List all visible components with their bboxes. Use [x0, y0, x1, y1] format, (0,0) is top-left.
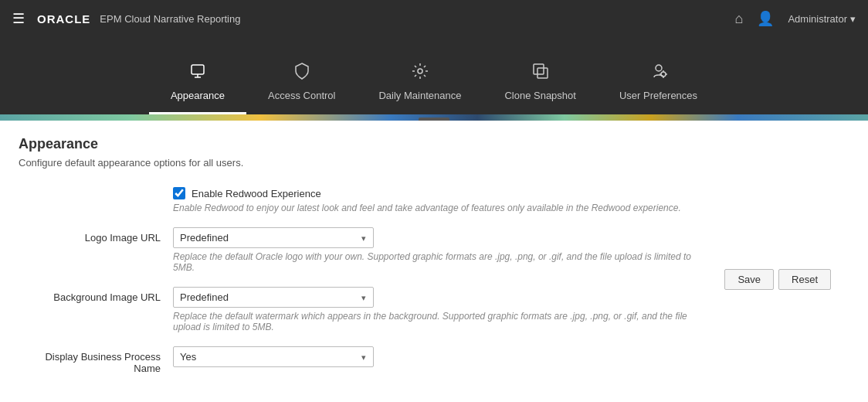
hamburger-icon[interactable]: ☰	[12, 10, 25, 27]
svg-point-3	[418, 69, 422, 73]
display-business-process-name-label: Display Business Process Name	[19, 346, 173, 374]
main-content: Appearance Configure default appearance …	[0, 121, 868, 402]
home-icon[interactable]: ⌂	[735, 11, 744, 27]
tab-appearance-label: Appearance	[171, 90, 225, 101]
logo-image-url-hint: Replace the default Oracle logo with you…	[173, 251, 714, 273]
page-subtitle: Configure default appearance options for…	[19, 157, 849, 169]
page-title: Appearance	[19, 136, 849, 152]
svg-rect-0	[192, 65, 204, 74]
top-bar-icons: ⌂ 👤 Administrator ▾	[735, 10, 856, 27]
background-image-url-label: Background Image URL	[19, 287, 173, 303]
svg-point-6	[656, 65, 662, 71]
top-bar: ☰ ORACLE EPM Cloud Narrative Reporting ⌂…	[0, 0, 868, 37]
user-preferences-icon	[649, 62, 668, 83]
app-name: EPM Cloud Narrative Reporting	[100, 13, 734, 25]
user-name: Administrator	[788, 13, 847, 25]
tab-clone-snapshot[interactable]: Clone Snapshot	[483, 62, 598, 114]
background-image-url-select-wrap: Predefined Custom ▾	[173, 287, 374, 308]
reset-button[interactable]: Reset	[778, 269, 831, 290]
action-buttons: Save Reset	[724, 269, 831, 290]
save-button[interactable]: Save	[724, 269, 774, 290]
tab-user-preferences[interactable]: User Preferences	[598, 62, 719, 114]
banner-strip	[0, 114, 868, 121]
display-business-process-name-row: Display Business Process Name Yes No ▾	[19, 346, 849, 374]
tab-appearance[interactable]: Appearance	[149, 62, 246, 114]
tab-daily-maintenance-label: Daily Maintenance	[378, 90, 461, 101]
logo-image-url-select[interactable]: Predefined Custom	[173, 227, 374, 248]
enable-redwood-row: Enable Redwood Experience	[173, 184, 849, 199]
chevron-down-icon: ▾	[850, 13, 856, 25]
background-image-url-row: Background Image URL Predefined Custom ▾…	[19, 287, 849, 332]
header-area: Appearance Configure default appearance …	[19, 136, 849, 169]
tab-nav: Appearance Access Control Daily Maintena…	[0, 37, 868, 114]
logo-image-url-select-wrap: Predefined Custom ▾	[173, 227, 374, 248]
daily-maintenance-icon	[411, 62, 429, 83]
tab-user-preferences-label: User Preferences	[619, 90, 697, 101]
tab-access-control[interactable]: Access Control	[246, 62, 357, 114]
display-business-process-name-select[interactable]: Yes No	[173, 346, 374, 367]
user-menu[interactable]: Administrator ▾	[788, 13, 856, 25]
tab-daily-maintenance[interactable]: Daily Maintenance	[357, 62, 483, 114]
display-business-process-name-select-wrap: Yes No ▾	[173, 346, 374, 367]
access-control-icon	[293, 62, 311, 83]
svg-rect-4	[534, 64, 544, 74]
display-business-process-name-control: Yes No ▾	[173, 346, 849, 367]
oracle-logo: ORACLE	[37, 12, 90, 26]
tab-clone-snapshot-label: Clone Snapshot	[504, 90, 576, 101]
enable-redwood-hint: Enable Redwood to enjoy our latest look …	[173, 203, 714, 213]
enable-redwood-label: Enable Redwood Experience	[192, 188, 321, 199]
banner-indicator	[419, 118, 449, 121]
tab-access-control-label: Access Control	[268, 90, 335, 101]
logo-image-url-label: Logo Image URL	[19, 227, 173, 244]
appearance-icon	[188, 62, 207, 83]
background-image-url-hint: Replace the default watermark which appe…	[173, 311, 714, 332]
background-image-url-select[interactable]: Predefined Custom	[173, 287, 374, 308]
logo-image-url-control: Predefined Custom ▾ Replace the default …	[173, 227, 849, 273]
person-icon[interactable]: 👤	[757, 10, 774, 27]
svg-rect-5	[537, 68, 548, 78]
enable-redwood-checkbox[interactable]	[173, 187, 185, 199]
logo-image-url-row: Logo Image URL Predefined Custom ▾ Repla…	[19, 227, 849, 273]
background-image-url-control: Predefined Custom ▾ Replace the default …	[173, 287, 849, 332]
clone-snapshot-icon	[531, 62, 550, 83]
